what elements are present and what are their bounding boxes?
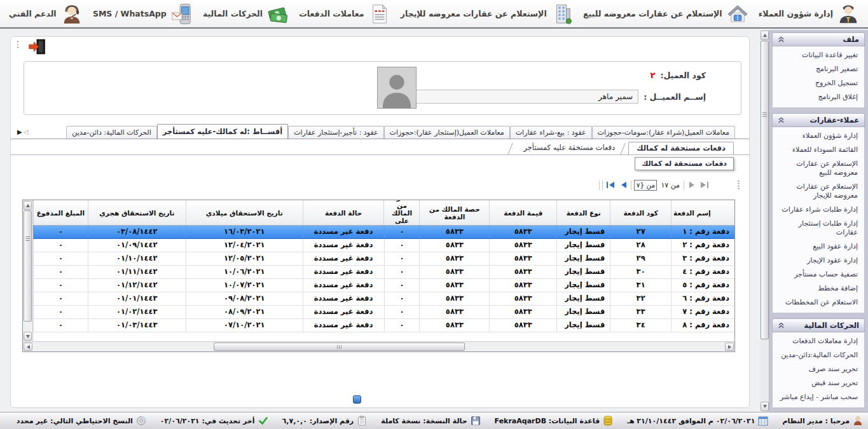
- toolbar-item-label: الإستعلام عن عقارات معروضه للإيجار: [401, 9, 547, 18]
- tab-5[interactable]: أقســاط :له كمالك-عليه كمستأجر: [157, 124, 289, 139]
- toolbar-item-3[interactable]: الإستعلام عن عقارات معروضه للإيجار: [401, 3, 573, 25]
- sidebar-item[interactable]: إدارة عقود البيع: [773, 240, 864, 254]
- toolbar-item-4[interactable]: معاملات الدفعات: [299, 3, 390, 25]
- table-row[interactable]: دفعة رقم : ٢٢٨قسط إيجار٥٨٣٣٥٨٣٣٠دفعة غير…: [33, 239, 734, 252]
- table-row[interactable]: دفعة رقم : ٤٣٠قسط إيجار٥٨٣٣٥٨٣٣٠دفعة غير…: [33, 266, 734, 279]
- table-cell: قسط إيجار: [556, 306, 610, 318]
- table-row[interactable]: دفعة رقم : ١٢٧قسط إيجار٥٨٣٣٥٨٣٣٠دفعة غير…: [33, 226, 734, 239]
- scroll-left-icon[interactable]: [24, 343, 32, 351]
- toolbar-item-6[interactable]: SMS / WhatsApp: [93, 3, 193, 25]
- column-header[interactable]: كود الدفعة: [610, 200, 671, 225]
- sidebar-item[interactable]: الاستعلام عن المخططات: [773, 296, 864, 310]
- column-header[interactable]: تاريخ الاستحقاق هجري: [88, 200, 186, 225]
- tab-1[interactable]: معاملات العميل(شراء عقار):سومات-حجوزات: [592, 126, 735, 139]
- scroll-up-icon[interactable]: [761, 31, 769, 40]
- scroll-up-icon[interactable]: [24, 201, 32, 210]
- building-rent-icon: [551, 3, 573, 25]
- tab-scroll-forward-icon[interactable]: ▶: [17, 128, 22, 137]
- tab-2[interactable]: عقود : بيع-شراء عقارات: [510, 126, 592, 139]
- column-header[interactable]: حصة المالك من الدفعة: [419, 200, 489, 225]
- table-row[interactable]: دفعة رقم : ٥٣١قسط إيجار٥٨٣٣٥٨٣٣٠دفعة غير…: [33, 279, 734, 292]
- column-header[interactable]: تاريخ الاستحقاق ميلادي: [186, 200, 303, 225]
- sidebar-scrollbar-thumb[interactable]: [761, 41, 769, 339]
- table-row[interactable]: دفعة رقم : ٨٣٤قسط إيجار٥٨٣٣٥٨٣٣٠دفعة غير…: [33, 319, 734, 332]
- toolbar-item-1[interactable]: إدارة شؤون العملاء: [759, 3, 859, 25]
- status-item-4: حالة النسخة: نسخة كاملة: [381, 416, 480, 426]
- tab-6[interactable]: الحركات المالية: دائن-مدين: [66, 126, 156, 139]
- column-header[interactable]: العموله من المالك على الدفعة: [383, 200, 419, 225]
- nav-first-icon[interactable]: [699, 180, 710, 190]
- column-header[interactable]: نوع الدفعة: [556, 200, 610, 225]
- toolbar-item-2[interactable]: الإستعلام عن عقارات معروضه للبيع: [583, 3, 748, 25]
- sidebar-scrollbar[interactable]: [760, 30, 769, 412]
- table-vscroll-thumb[interactable]: [24, 210, 32, 322]
- table-row[interactable]: دفعة رقم : ٦٣٢قسط إيجار٥٨٣٣٥٨٣٣٠دفعة غير…: [33, 292, 734, 306]
- client-name-label: إســم العميــل :: [644, 92, 706, 102]
- sidebar-item[interactable]: إدارة طلبات إستئجار عقارات: [773, 217, 864, 240]
- subtab-2[interactable]: دفعات مستحقة عليه كمستأجر: [516, 142, 623, 154]
- table-cell: دفعة غير مسددة: [303, 252, 384, 265]
- table-cell: قسط إيجار: [556, 266, 610, 278]
- sidebar-item[interactable]: الإستعلام عن عقارات معروضه للبيع: [773, 157, 864, 180]
- scroll-right-icon[interactable]: [725, 343, 734, 351]
- nav-prev-icon[interactable]: [687, 180, 697, 190]
- toolbar-item-5[interactable]: الحركات المالية: [203, 3, 289, 25]
- column-header[interactable]: إسم الدفعة: [671, 200, 734, 225]
- tab-scroll-back-icon[interactable]: ◁: [24, 128, 29, 137]
- table-cell: ١٦/٠٣/٢٠٢١: [186, 226, 303, 238]
- client-name-input[interactable]: سمير ماهر: [394, 90, 638, 104]
- column-header[interactable]: المبلغ المدفوع: [33, 200, 88, 225]
- sidebar-item[interactable]: إدارة عقود الإيجار: [773, 254, 864, 268]
- status-item-1: مرحبا : مدير النظام: [782, 416, 863, 426]
- sidebar-section-header-2[interactable]: عملاء-عقارات: [772, 113, 865, 127]
- sidebar-item[interactable]: إدارة طلبات شراء عقارات: [773, 203, 864, 217]
- sidebar-item[interactable]: الإستعلام عن عقارات معروضه للإيجار: [773, 180, 864, 203]
- nav-next-icon[interactable]: [618, 180, 628, 190]
- sidebar-item[interactable]: تحرير سند قبض: [773, 376, 864, 390]
- tab-4[interactable]: عقود : تأجير-إستئجار عقارات: [288, 126, 383, 139]
- sidebar-item[interactable]: تحرير سند صرف: [773, 362, 864, 376]
- table-cell: ٥٨٣٣: [489, 292, 556, 305]
- subtab-1[interactable]: دفعات مستحقة له كمالك: [628, 142, 734, 154]
- sidebar-item[interactable]: إدارة شؤون العملاء: [773, 129, 864, 143]
- check-icon: [258, 416, 268, 426]
- sidebar-section-header-1[interactable]: ملف: [772, 32, 865, 46]
- table-cell: ٢٨: [610, 239, 671, 252]
- table-cell: دفعة رقم : ٣: [671, 252, 734, 265]
- table-vertical-scrollbar[interactable]: [23, 200, 33, 341]
- sidebar-item[interactable]: تصغير البرنامج: [773, 62, 864, 76]
- sidebar-item[interactable]: تصفية حساب مستأجر: [773, 268, 864, 282]
- table-hscroll-thumb[interactable]: [214, 343, 465, 351]
- scroll-down-icon[interactable]: [761, 402, 769, 411]
- toolbar-item-label: الدعم الفني: [9, 9, 57, 18]
- tab-scroll-buttons: ◁ ▶: [17, 128, 28, 137]
- sidebar-item[interactable]: سحب مباشر - إيداع مباشر: [773, 390, 864, 404]
- sidebar-item[interactable]: إدارة معاملات الدفعات: [773, 334, 864, 348]
- chevron-up-icon: [778, 36, 785, 43]
- table-row[interactable]: دفعة رقم : ٣٢٩قسط إيجار٥٨٣٣٥٨٣٣٠دفعة غير…: [33, 252, 734, 266]
- sidebar-section-header-3[interactable]: الحركات المالية: [772, 318, 865, 332]
- column-header[interactable]: حالة الدفعة: [303, 200, 384, 225]
- table-cell: دفعة غير مسددة: [303, 239, 384, 252]
- sidebar-item[interactable]: تغيير قاعدة البيانات: [773, 48, 864, 62]
- sidebar-section-body: إدارة معاملات الدفعاتالحركات المالية:دائ…: [772, 332, 865, 408]
- table-cell: ٣٤: [610, 319, 671, 332]
- sidebar-item[interactable]: إغلاق البرنامج: [773, 90, 864, 104]
- tab-3[interactable]: معاملات العميل(إستئجار عقار):حجوزات: [384, 126, 510, 139]
- nav-last-icon[interactable]: [605, 180, 616, 190]
- scroll-down-icon[interactable]: [24, 332, 32, 341]
- column-header[interactable]: قيمة الدفعة: [489, 200, 556, 225]
- sidebar-item[interactable]: إضافة مخطط: [773, 282, 864, 296]
- table-horizontal-scrollbar[interactable]: [23, 341, 734, 351]
- sidebar-item[interactable]: تسجيل الخروج: [773, 76, 864, 90]
- table-cell: ٠: [384, 292, 420, 305]
- exit-icon[interactable]: [27, 39, 48, 55]
- table-row[interactable]: دفعة رقم : ٧٣٣قسط إيجار٥٨٣٣٥٨٣٣٠دفعة غير…: [33, 306, 734, 319]
- table-cell: ١٠/٠٧/٢٠٢١: [186, 279, 303, 292]
- sidebar-item[interactable]: الحركات المالية:دائن-مدين: [773, 348, 864, 362]
- sidebar-item[interactable]: القائمة السوداء للعملاء: [773, 143, 864, 157]
- record-position-input[interactable]: من {٧: [634, 180, 657, 191]
- table-cell: ٥٨٣٣: [419, 292, 489, 305]
- status-item-text: مرحبا : مدير النظام: [782, 417, 850, 425]
- toolbar-item-7[interactable]: الدعم الفني: [9, 3, 83, 25]
